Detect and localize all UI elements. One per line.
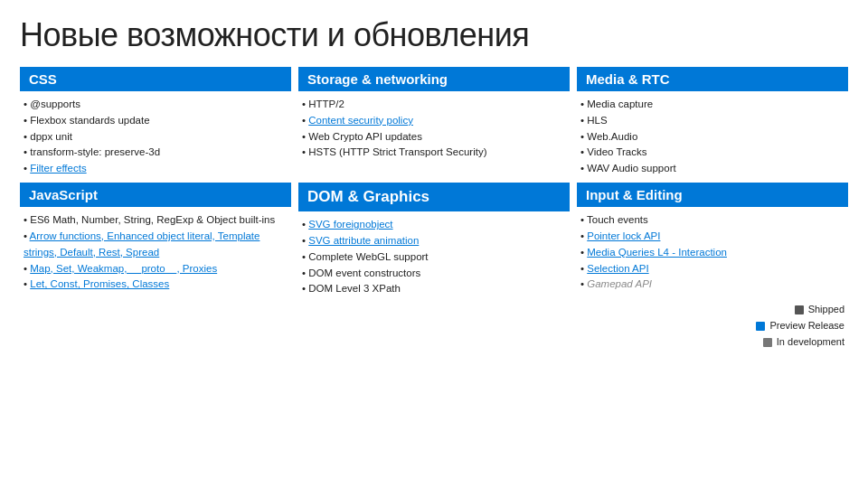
dom-body: SVG foreignobject SVG attribute animatio… xyxy=(298,217,570,297)
list-item: Video Tracks xyxy=(580,145,844,161)
css-header: CSS xyxy=(20,67,291,91)
list-item: DOM event constructors xyxy=(302,266,566,282)
preview-label: Preview Release xyxy=(769,318,844,333)
list-item: Content security policy xyxy=(302,113,566,129)
input-card: Input & Editing Touch events Pointer loc… xyxy=(577,183,848,350)
storage-body: HTTP/2 Content security policy Web Crypt… xyxy=(298,97,570,161)
list-item: WAV Audio support xyxy=(580,161,844,177)
legend-shipped: Shipped xyxy=(795,302,844,317)
list-item: Gamepad API xyxy=(580,277,844,293)
css-card: CSS @supports Flexbox standards update d… xyxy=(20,67,291,177)
list-item: transform-style: preserve-3d xyxy=(24,145,288,161)
list-item: Flexbox standards update xyxy=(24,113,288,129)
shipped-label: Shipped xyxy=(808,302,844,317)
javascript-header: JavaScript xyxy=(20,183,291,207)
list-item: Filter effects xyxy=(24,161,288,177)
list-item: Arrow functions, Enhanced object literal… xyxy=(24,229,288,261)
list-item: SVG attribute animation xyxy=(302,233,566,249)
list-item: Selection API xyxy=(580,261,844,277)
list-item: Let, Const, Promises, Classes xyxy=(24,277,288,293)
list-item: ES6 Math, Number, String, RegExp & Objec… xyxy=(24,212,288,229)
list-item: DOM Level 3 XPath xyxy=(302,281,566,297)
list-item: Web Crypto API updates xyxy=(302,129,566,145)
page-title: Новые возможности и обновления xyxy=(20,16,848,54)
media-header: Media & RTC xyxy=(577,67,848,91)
list-item: Media capture xyxy=(580,97,844,113)
storage-card: Storage & networking HTTP/2 Content secu… xyxy=(298,67,570,177)
list-item: Map, Set, Weakmap, __proto__, Proxies xyxy=(24,261,288,277)
list-item: HLS xyxy=(580,113,844,129)
javascript-card: JavaScript ES6 Math, Number, String, Reg… xyxy=(20,183,291,350)
preview-dot xyxy=(756,322,765,331)
list-item: dppx unit xyxy=(24,129,288,145)
input-header: Input & Editing xyxy=(577,183,848,207)
list-item: Touch events xyxy=(580,212,844,229)
storage-header: Storage & networking xyxy=(298,67,570,91)
list-item: HTTP/2 xyxy=(302,97,566,113)
input-body: Touch events Pointer lock API Media Quer… xyxy=(577,212,848,350)
legend-preview: Preview Release xyxy=(756,318,844,333)
javascript-body: ES6 Math, Number, String, RegExp & Objec… xyxy=(20,212,291,293)
list-item: Web.Audio xyxy=(580,129,844,145)
list-item: Media Queries L4 - Interaction xyxy=(580,245,844,261)
css-body: @supports Flexbox standards update dppx … xyxy=(20,97,291,177)
shipped-dot xyxy=(795,305,804,314)
media-card: Media & RTC Media capture HLS Web.Audio … xyxy=(577,67,848,177)
dom-card: DOM & Graphics SVG foreignobject SVG att… xyxy=(298,183,570,350)
main-grid: CSS @supports Flexbox standards update d… xyxy=(20,67,848,350)
list-item: @supports xyxy=(24,97,288,113)
dom-header: DOM & Graphics xyxy=(298,183,570,211)
list-item: HSTS (HTTP Strict Transport Security) xyxy=(302,145,566,161)
list-item: SVG foreignobject xyxy=(302,217,566,233)
legend: Shipped Preview Release In development xyxy=(580,302,844,350)
list-item: Complete WebGL support xyxy=(302,249,566,266)
legend-indev: In development xyxy=(763,334,844,350)
media-body: Media capture HLS Web.Audio Video Tracks… xyxy=(577,97,848,177)
list-item: Pointer lock API xyxy=(580,229,844,245)
indev-label: In development xyxy=(777,334,844,350)
indev-dot xyxy=(763,338,772,347)
